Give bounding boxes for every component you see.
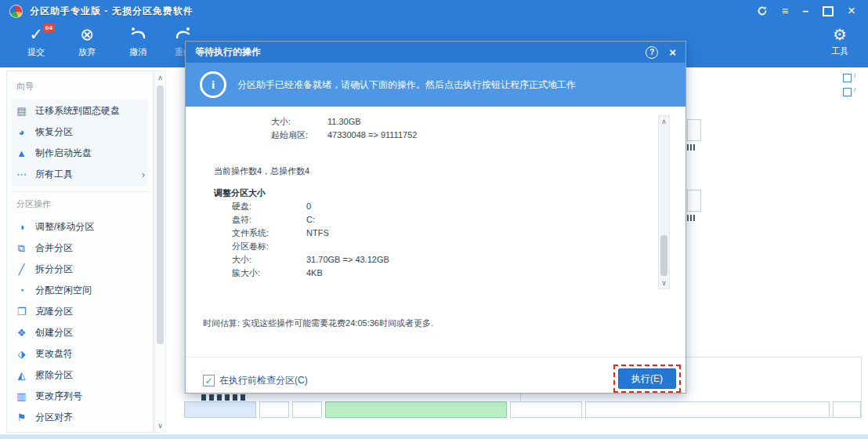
minimize-button[interactable]: – bbox=[802, 5, 808, 16]
window-frame-bottom bbox=[0, 434, 868, 439]
pending-operations-dialog: 等待执行的操作 ? × i 分区助手已经准备就绪，请确认下面的操作。然后点击执行… bbox=[185, 41, 686, 394]
partition-segment[interactable] bbox=[292, 401, 322, 418]
view-toggle-icon[interactable] bbox=[843, 74, 852, 82]
disk-info-cell[interactable] bbox=[184, 401, 256, 418]
info-icon: i bbox=[200, 71, 226, 98]
sidebar-item-migrate-os[interactable]: ▤ 迁移系统到固态硬盘 bbox=[15, 100, 145, 122]
app-logo-icon bbox=[9, 5, 23, 18]
cluster-size-label: 簇大小: bbox=[232, 267, 306, 280]
size-change-value: 31.70GB => 43.12GB bbox=[306, 253, 389, 267]
tools-button[interactable]: ⚙ 工具 bbox=[818, 25, 862, 57]
sidebar-scrollbar[interactable]: ∧ ∨ bbox=[154, 71, 166, 433]
partition-segment[interactable] bbox=[259, 401, 289, 418]
pie-icon: ◔ bbox=[15, 285, 28, 296]
partition-box-partial[interactable] bbox=[687, 190, 701, 212]
banner-text: 分区助手已经准备就绪，请确认下面的操作。然后点击执行按钮让程序正式地工作 bbox=[237, 78, 576, 92]
scroll-down-icon[interactable]: ∨ bbox=[155, 422, 165, 430]
annotation-red-dashed-frame: 执行(E) bbox=[613, 365, 681, 393]
sidebar: 向导 ▤ 迁移系统到固态硬盘 ◕ 恢复分区 ▲ 制作启动光盘 ⋯ 所有工具 › … bbox=[6, 71, 154, 433]
scroll-up-icon[interactable]: ∧ bbox=[659, 118, 669, 125]
drive-letter-label: 盘符: bbox=[232, 213, 306, 227]
ellipsis-icon: ⋯ bbox=[15, 169, 28, 180]
partition-segment[interactable] bbox=[510, 401, 582, 418]
partition-segment[interactable] bbox=[585, 401, 830, 418]
titlebar: 分区助手专业版 - 无损分区免费软件 ≡ – × bbox=[0, 0, 868, 22]
start-sector-label: 起始扇区: bbox=[271, 129, 327, 142]
size-change-label: 大小: bbox=[232, 253, 306, 267]
window-title: 分区助手专业版 - 无损分区免费软件 bbox=[30, 5, 193, 18]
scrollbar-thumb[interactable] bbox=[660, 235, 667, 276]
circle-x-icon: ⊗ bbox=[62, 24, 112, 45]
scroll-down-icon[interactable]: ∨ bbox=[659, 279, 669, 287]
maximize-button[interactable] bbox=[823, 6, 834, 16]
operations-summary: 当前操作数4，总操作数4 bbox=[203, 165, 642, 178]
maximize-icon bbox=[823, 6, 834, 16]
sidebar-item-create[interactable]: ❖ 创建分区 bbox=[15, 322, 145, 343]
volume-label-label: 分区卷标: bbox=[232, 240, 306, 253]
submit-button[interactable]: ✓ 04 提交 bbox=[11, 24, 61, 58]
app-window: 分区助手专业版 - 无损分区免费软件 ≡ – × ✓ 04 提交 ⊗ 放弃 撤消 bbox=[0, 0, 868, 439]
sidebar-item-merge[interactable]: ⧉ 合并分区 bbox=[15, 238, 145, 259]
wipe-icon: ◭ bbox=[15, 369, 28, 381]
clipped-disk-label bbox=[201, 394, 247, 401]
sidebar-item-wipe[interactable]: ◭ 擦除分区 bbox=[15, 365, 145, 386]
partition-segments bbox=[184, 401, 861, 418]
sidebar-item-change-letter[interactable]: ⬗ 更改盘符 bbox=[15, 343, 145, 365]
refresh-icon[interactable] bbox=[757, 5, 768, 16]
dialog-scrollbar[interactable]: ∧ ∨ bbox=[658, 115, 670, 289]
dialog-titlebar: 等待执行的操作 ? × bbox=[186, 42, 685, 63]
partition-box-partial[interactable] bbox=[687, 119, 701, 141]
menu-icon[interactable]: ≡ bbox=[782, 5, 788, 16]
start-sector-value: 47330048 => 91111752 bbox=[327, 129, 417, 142]
help-icon[interactable]: ? bbox=[646, 46, 658, 59]
resize-icon: ◑ bbox=[15, 221, 28, 233]
pending-count-badge: 04 bbox=[43, 24, 55, 32]
chevron-right-icon: › bbox=[142, 169, 145, 180]
sidebar-item-recover-partition[interactable]: ◕ 恢复分区 bbox=[15, 122, 145, 143]
window-controls: ≡ – × bbox=[757, 5, 868, 16]
cluster-size-value: 4KB bbox=[306, 267, 323, 280]
wrench-icon: ⚙ bbox=[818, 25, 862, 44]
partition-mini-icon bbox=[687, 144, 696, 151]
close-button[interactable]: × bbox=[848, 5, 855, 16]
discard-button[interactable]: ⊗ 放弃 bbox=[62, 24, 112, 58]
scrollbar-thumb[interactable] bbox=[157, 85, 164, 344]
partition-segment[interactable] bbox=[833, 401, 861, 418]
sidebar-item-allocate-free-space[interactable]: ◔ 分配空闲空间 bbox=[15, 280, 145, 301]
tick-mark: / bbox=[854, 72, 855, 79]
dialog-close-button[interactable]: × bbox=[669, 46, 676, 58]
sidebar-item-alignment[interactable]: ⚑ 分区对齐 bbox=[15, 407, 145, 428]
sidebar-item-all-tools[interactable]: ⋯ 所有工具 › bbox=[15, 164, 145, 185]
view-toggle-icon[interactable] bbox=[843, 88, 852, 96]
tick-mark: / bbox=[854, 86, 855, 93]
disk-map-row bbox=[184, 394, 861, 418]
filesystem-label: 文件系统: bbox=[232, 227, 306, 240]
undo-button[interactable]: 撤消 bbox=[113, 24, 163, 58]
disk-value: 0 bbox=[306, 200, 311, 213]
wizard-group: ▤ 迁移系统到固态硬盘 ◕ 恢复分区 ▲ 制作启动光盘 ⋯ 所有工具 › bbox=[12, 99, 148, 187]
disk-label: 硬盘: bbox=[232, 200, 306, 213]
operations-detail-pane: 大小: 11.30GB 起始扇区: 47330048 => 91111752 当… bbox=[203, 115, 642, 280]
sidebar-item-split[interactable]: ╱ 拆分分区 bbox=[15, 259, 145, 280]
sidebar-divider bbox=[12, 191, 148, 192]
sidebar-item-resize-move[interactable]: ◑ 调整/移动分区 bbox=[15, 216, 145, 238]
dialog-divider bbox=[186, 357, 685, 357]
checkbox-checked-icon[interactable]: ✓ bbox=[203, 375, 215, 386]
flag-icon: ⚑ bbox=[15, 412, 28, 423]
sidebar-item-bootable-media[interactable]: ▲ 制作启动光盘 bbox=[15, 143, 145, 164]
dialog-title: 等待执行的操作 bbox=[195, 45, 261, 59]
split-icon: ╱ bbox=[15, 263, 28, 275]
checkbox-label: 在执行前检查分区(C) bbox=[219, 374, 308, 387]
bootdisc-icon: ▲ bbox=[15, 147, 28, 159]
partition-mini-icon bbox=[687, 215, 696, 221]
drive-letter-value: C: bbox=[306, 213, 315, 227]
check-partition-checkbox[interactable]: ✓ 在执行前检查分区(C) bbox=[203, 374, 308, 387]
size-label: 大小: bbox=[271, 115, 327, 129]
partition-segment-green[interactable] bbox=[325, 401, 507, 418]
execute-button[interactable]: 执行(E) bbox=[618, 368, 676, 389]
sidebar-item-change-serial[interactable]: ▥ 更改序列号 bbox=[15, 386, 145, 407]
sidebar-item-clone[interactable]: ❐ 克隆分区 bbox=[15, 301, 145, 322]
scroll-up-icon[interactable]: ∧ bbox=[155, 74, 165, 82]
serial-icon: ▥ bbox=[15, 390, 28, 402]
sidebar-item-properties[interactable]: ◍ 属性 bbox=[15, 428, 145, 433]
